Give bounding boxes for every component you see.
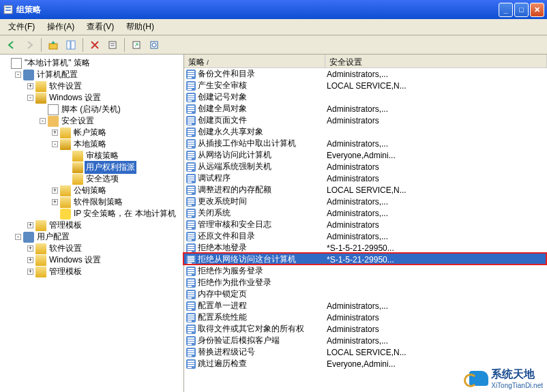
tree-toggle[interactable]: + bbox=[52, 130, 58, 136]
menu-help[interactable]: 帮助(H) bbox=[121, 19, 160, 35]
list-row[interactable]: 配置单一进程Administrators,... bbox=[184, 300, 547, 312]
refresh-button[interactable] bbox=[147, 37, 162, 52]
tree-panel[interactable]: "本地计算机" 策略-计算机配置+软件设置-Windows 设置脚本 (启动/关… bbox=[0, 55, 184, 392]
list-row[interactable]: 替换进程级记号LOCAL SERVICE,N... bbox=[184, 346, 547, 358]
menu-file[interactable]: 文件(F) bbox=[3, 19, 40, 35]
list-row[interactable]: 创建页面文件Administrators bbox=[184, 115, 547, 126]
tree-item[interactable]: +软件设置 bbox=[0, 80, 183, 92]
list-row[interactable]: 还原文件和目录Administrators,... bbox=[184, 230, 547, 242]
policy-icon bbox=[186, 266, 196, 277]
tree-item[interactable]: +软件限制策略 bbox=[0, 196, 183, 208]
policy-icon bbox=[186, 335, 196, 346]
tree-toggle[interactable]: - bbox=[40, 118, 46, 124]
svg-rect-114 bbox=[188, 305, 194, 306]
list-row[interactable]: 从网络访问此计算机Everyone,Admini... bbox=[184, 149, 547, 161]
show-hide-tree-button[interactable] bbox=[63, 37, 78, 52]
list-row[interactable]: 关闭系统Administrators,... bbox=[184, 207, 547, 219]
tree-item[interactable]: 安全选项 bbox=[0, 173, 183, 185]
list-row[interactable]: 跳过遍历检查Everyone,Admini... bbox=[184, 358, 547, 370]
tree-toggle[interactable]: + bbox=[52, 187, 58, 194]
tree-item[interactable]: +帐户策略 bbox=[0, 127, 183, 138]
export-button[interactable] bbox=[129, 37, 144, 52]
close-button[interactable]: ✕ bbox=[530, 3, 544, 17]
tree-item[interactable]: -用户配置 bbox=[0, 231, 183, 243]
tree-item[interactable]: -本地策略 bbox=[0, 138, 183, 150]
list-row[interactable]: 备份文件和目录Administrators,... bbox=[184, 68, 547, 80]
list-row[interactable]: 调试程序Administrators bbox=[184, 172, 547, 184]
svg-rect-115 bbox=[188, 307, 194, 308]
tree-item[interactable]: +Windows 设置 bbox=[0, 254, 183, 266]
policy-value: Administrators,... bbox=[325, 197, 547, 207]
policy-value: Administrators,... bbox=[325, 209, 547, 218]
up-button[interactable] bbox=[46, 37, 61, 52]
svg-rect-55 bbox=[188, 168, 194, 169]
delete-button[interactable] bbox=[87, 37, 102, 52]
tree-item[interactable]: +公钥策略 bbox=[0, 185, 183, 196]
svg-rect-23 bbox=[188, 94, 194, 95]
policy-value: Administrators bbox=[325, 116, 547, 125]
tree-item[interactable]: 审核策略 bbox=[0, 150, 183, 162]
svg-rect-69 bbox=[188, 200, 194, 202]
list-row[interactable]: 管理审核和安全日志Administrators bbox=[184, 219, 547, 230]
tree-toggle[interactable]: - bbox=[15, 234, 21, 240]
menu-view[interactable]: 查看(V) bbox=[81, 19, 119, 35]
list-row[interactable]: 配置系统性能Administrators bbox=[184, 312, 547, 323]
policy-name: 产生安全审核 bbox=[198, 80, 247, 91]
tree-item[interactable]: -计算机配置 bbox=[0, 69, 183, 80]
tree-toggle[interactable]: + bbox=[27, 269, 33, 275]
list-row[interactable]: 内存中锁定页 bbox=[184, 288, 547, 300]
tree-item[interactable]: -Windows 设置 bbox=[0, 92, 183, 104]
list-row[interactable]: 拒绝作为批作业登录 bbox=[184, 277, 547, 288]
tree-toggle[interactable]: - bbox=[15, 72, 21, 78]
svg-rect-53 bbox=[188, 164, 194, 165]
forward-button[interactable] bbox=[22, 37, 37, 52]
tree-item[interactable]: -安全设置 bbox=[0, 115, 183, 127]
tree-item[interactable]: +管理模板 bbox=[0, 266, 183, 277]
list-row[interactable]: 创建记号对象 bbox=[184, 91, 547, 103]
tree-toggle[interactable]: - bbox=[52, 141, 58, 147]
properties-button[interactable] bbox=[105, 37, 120, 52]
back-button[interactable] bbox=[4, 37, 19, 52]
list-row[interactable]: 取得文件或其它对象的所有权Administrators bbox=[184, 323, 547, 335]
list-row[interactable]: 从插接工作站中取出计算机Administrators,... bbox=[184, 138, 547, 149]
tree-item[interactable]: +管理模板 bbox=[0, 220, 183, 231]
tree-toggle[interactable]: + bbox=[27, 222, 33, 228]
policy-icon bbox=[186, 69, 196, 80]
menu-action[interactable]: 操作(A) bbox=[42, 19, 80, 35]
svg-rect-66 bbox=[188, 193, 192, 194]
policy-value: Administrators,... bbox=[325, 104, 547, 114]
maximize-button[interactable]: □ bbox=[514, 3, 529, 17]
svg-rect-5 bbox=[71, 41, 75, 49]
svg-rect-29 bbox=[188, 108, 194, 109]
tree-item[interactable]: "本地计算机" 策略 bbox=[0, 57, 183, 69]
tree-item[interactable]: IP 安全策略，在 本地计算机 bbox=[0, 208, 183, 220]
tree-item[interactable]: 用户权利指派 bbox=[0, 162, 183, 173]
list-row[interactable]: 创建永久共享对象 bbox=[184, 126, 547, 138]
svg-rect-4 bbox=[67, 41, 70, 49]
list-row[interactable]: 拒绝作为服务登录 bbox=[184, 265, 547, 277]
list-row[interactable]: 拒绝从网络访问这台计算机*S-1-5-21-29950... bbox=[184, 254, 547, 265]
tree-toggle[interactable]: + bbox=[52, 199, 58, 205]
list-row[interactable]: 更改系统时间Administrators,... bbox=[184, 196, 547, 207]
tree-item[interactable]: +软件设置 bbox=[0, 243, 183, 254]
column-policy[interactable]: 策略 / bbox=[184, 55, 325, 67]
list-row[interactable]: 创建全局对象Administrators,... bbox=[184, 103, 547, 115]
tree-toggle[interactable]: + bbox=[27, 83, 33, 89]
column-security[interactable]: 安全设置 bbox=[325, 55, 547, 67]
minimize-button[interactable]: _ bbox=[499, 3, 513, 17]
list-row[interactable]: 拒绝本地登录*S-1-5-21-29950... bbox=[184, 242, 547, 254]
list-row[interactable]: 产生安全审核LOCAL SERVICE,N... bbox=[184, 80, 547, 91]
svg-rect-110 bbox=[188, 295, 194, 297]
tree-toggle[interactable]: - bbox=[27, 95, 33, 101]
tree-toggle[interactable]: + bbox=[27, 245, 33, 252]
policy-name: 内存中锁定页 bbox=[198, 288, 247, 300]
svg-rect-116 bbox=[188, 309, 192, 310]
tree-item[interactable]: 脚本 (启动/关机) bbox=[0, 104, 183, 115]
list-body[interactable]: 备份文件和目录Administrators,...产生安全审核LOCAL SER… bbox=[184, 68, 547, 392]
list-row[interactable]: 从远端系统强制关机Administrators bbox=[184, 161, 547, 172]
tree-toggle[interactable]: + bbox=[27, 257, 33, 263]
policy-icon bbox=[186, 92, 196, 103]
list-row[interactable]: 调整进程的内存配额LOCAL SERVICE,N... bbox=[184, 184, 547, 196]
svg-rect-73 bbox=[188, 210, 194, 211]
list-row[interactable]: 身份验证后模拟客户端Administrators,... bbox=[184, 335, 547, 346]
